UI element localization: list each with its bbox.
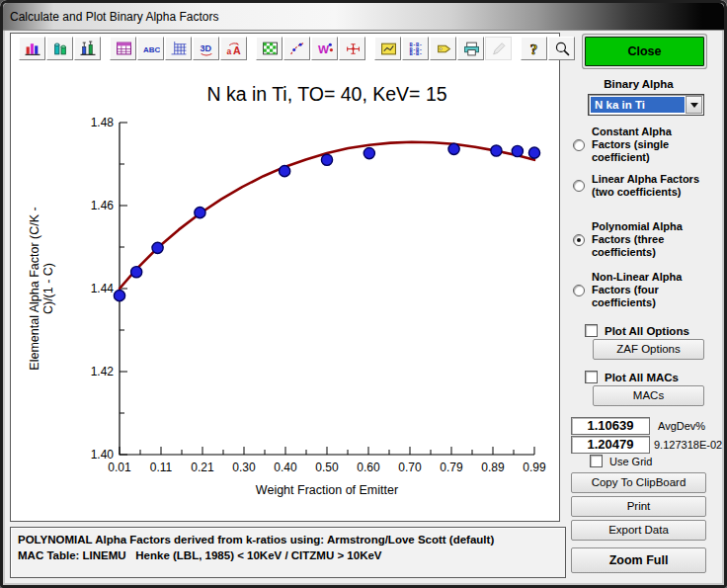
use-grid-row: Use Grid <box>590 455 652 467</box>
plot-all-options-checkbox[interactable] <box>585 324 598 337</box>
svg-text:1.40: 1.40 <box>91 448 115 462</box>
print-button[interactable]: Print <box>571 496 706 517</box>
constant-alpha-radio-row: Constant Alpha Factors (single coefficie… <box>573 126 723 164</box>
svg-text:0.01: 0.01 <box>108 461 131 474</box>
data-table-icon <box>115 41 132 56</box>
nonlinear-alpha-radio[interactable] <box>573 285 585 296</box>
svg-text:W: W <box>318 42 330 55</box>
constant-alpha-radio[interactable] <box>573 139 585 151</box>
zoom-full-button[interactable]: Zoom Full <box>571 547 706 573</box>
print-icon <box>462 41 480 56</box>
close-button[interactable]: Close <box>585 37 704 66</box>
plot-export-icon <box>379 41 397 56</box>
svg-text:N ka in Ti, TO= 40, KeV= 15: N ka in Ti, TO= 40, KeV= 15 <box>206 83 446 105</box>
plot-all-macs-label: Plot All MACs <box>605 372 679 383</box>
error-bar-chart-button[interactable] <box>74 37 101 60</box>
toolbar-group: ? <box>521 37 576 60</box>
binary-alpha-combobox[interactable]: N ka in Ti <box>588 94 704 116</box>
binary-alpha-label: Binary Alpha <box>571 78 706 90</box>
combo-dropdown-button[interactable] <box>686 96 702 114</box>
bar-chart-icon <box>24 41 41 56</box>
toolbar-group: ABC3DaA <box>110 37 248 60</box>
zoom-magnifier-icon <box>553 41 571 56</box>
zoom-magnifier-button[interactable] <box>548 37 575 60</box>
export-data-button[interactable]: Export Data <box>571 520 706 541</box>
polynomial-alpha-radio[interactable] <box>573 234 585 246</box>
svg-text:B-B-: B-B- <box>409 51 422 56</box>
edit-pencil-icon <box>490 41 508 56</box>
svg-text:0.11: 0.11 <box>150 461 173 474</box>
svg-text:Elemental Alpha Factor (C/K -: Elemental Alpha Factor (C/K - <box>28 207 41 370</box>
rotate-3d-icon: 3D <box>198 41 215 56</box>
coefficient-2-box: 1.20479 <box>571 436 650 454</box>
plot-panel: ABC3DaAWB-B-B-B-B-B-? 0.010.110.210.300.… <box>10 33 560 522</box>
svg-text:1.48: 1.48 <box>91 116 115 129</box>
error-bars-button[interactable] <box>339 37 365 60</box>
nonlinear-alpha-radio-row: Non-Linear Alpha Factors (four coefficie… <box>573 271 723 309</box>
svg-text:0.50: 0.50 <box>315 461 339 474</box>
window-title: Calculate and Plot Binary Alpha Factors <box>10 10 218 24</box>
status-panel: POLYNOMIAL Alpha Factors derived from k-… <box>10 527 566 578</box>
cylinder-chart-icon <box>51 41 69 56</box>
constant-alpha-label: Constant Alpha Factors (single coefficie… <box>592 126 702 164</box>
svg-text:1.42: 1.42 <box>91 365 115 378</box>
coefficient-1-box: 1.10639 <box>571 417 650 435</box>
use-grid-checkbox[interactable] <box>590 455 603 467</box>
plot-all-options-row: Plot All Options <box>585 324 689 337</box>
label-tag-button[interactable] <box>430 37 456 60</box>
svg-text:0.40: 0.40 <box>274 461 297 474</box>
curve-fit-button[interactable] <box>283 37 310 60</box>
svg-text:0.21: 0.21 <box>191 461 214 474</box>
svg-text:Weight Fraction of Emitter: Weight Fraction of Emitter <box>256 483 398 497</box>
font-rotate-icon: aA <box>225 41 243 56</box>
plot-all-macs-checkbox[interactable] <box>585 371 598 383</box>
help-button[interactable]: ? <box>521 37 547 60</box>
text-labels-icon: ABC <box>142 41 160 56</box>
svg-text:0.99: 0.99 <box>523 461 546 474</box>
title-bar[interactable]: Calculate and Plot Binary Alpha Factors <box>3 3 724 31</box>
svg-text:0.70: 0.70 <box>398 461 422 474</box>
fill-pattern-button[interactable] <box>256 37 283 60</box>
polynomial-alpha-label: Polynomial Alpha Factors (three coeffici… <box>592 220 702 259</box>
chevron-down-icon <box>690 103 698 108</box>
status-line-1: POLYNOMIAL Alpha Factors derived from k-… <box>18 532 558 547</box>
color-map-button[interactable]: W <box>311 37 338 60</box>
edit-pencil-button[interactable] <box>485 37 512 60</box>
axis-scale-button[interactable] <box>165 37 192 60</box>
bar-chart-button[interactable] <box>19 37 45 60</box>
zaf-options-button[interactable]: ZAF Options <box>593 339 704 360</box>
plot-export-button[interactable] <box>374 37 401 60</box>
legend-list-button[interactable]: B-B-B-B-B-B- <box>402 37 429 60</box>
svg-text:ABC: ABC <box>143 45 160 54</box>
toolbar-group <box>19 37 102 60</box>
plot-all-options-label: Plot All Options <box>605 325 689 337</box>
rotate-3d-button[interactable]: 3D <box>193 37 219 60</box>
toolbar-group: B-B-B-B-B-B- <box>374 37 513 60</box>
print-button[interactable] <box>457 37 484 60</box>
curve-fit-icon <box>288 41 306 56</box>
font-rotate-button[interactable]: aA <box>220 37 247 60</box>
macs-button[interactable]: MACs <box>593 385 704 406</box>
svg-text:0.30: 0.30 <box>232 461 256 474</box>
help-icon: ? <box>525 41 543 56</box>
linear-alpha-radio-row: Linear Alpha Factors (two coefficients) <box>573 173 723 199</box>
avgdev-label: AvgDev% <box>658 420 705 432</box>
copy-to-clipboard-button[interactable]: Copy To ClipBoard <box>571 472 706 493</box>
alpha-factor-chart: 0.010.110.210.300.400.500.600.700.790.89… <box>12 63 558 520</box>
svg-text:0.79: 0.79 <box>440 461 463 474</box>
linear-alpha-radio[interactable] <box>573 180 585 192</box>
svg-text:a: a <box>226 46 231 56</box>
cylinder-chart-button[interactable] <box>46 37 73 60</box>
binary-alpha-selected-value: N ka in Ti <box>591 97 685 113</box>
avgdev-value: 9.127318E-02 <box>654 439 722 451</box>
status-line-2: MAC Table: LINEMU Henke (LBL, 1985) < 10… <box>18 547 558 563</box>
toolbar-group: W <box>256 37 366 60</box>
use-grid-label: Use Grid <box>609 456 652 467</box>
color-map-icon: W <box>316 41 334 56</box>
data-table-button[interactable] <box>110 37 136 60</box>
fill-pattern-icon <box>261 41 279 56</box>
plot-all-macs-row: Plot All MACs <box>585 371 679 383</box>
text-labels-button[interactable]: ABC <box>137 37 164 60</box>
chart-toolbar: ABC3DaAWB-B-B-B-B-B-? <box>19 37 584 60</box>
svg-text:1.44: 1.44 <box>91 282 115 295</box>
